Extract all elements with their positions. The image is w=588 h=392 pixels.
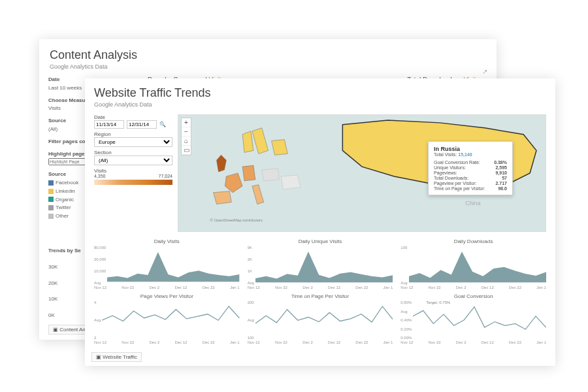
country-sweden[interactable] [252,128,269,154]
axis-tick: Nov 12 [94,340,106,344]
section-select[interactable]: (All) [94,155,172,165]
zoom-out-button[interactable]: − [182,127,191,137]
chart-title: Daily Unique Visits [248,238,393,244]
page-title: Website Traffic Trends [94,86,546,100]
chart-title: Page Views Per Visitor [94,293,240,299]
chart-daily-unique-visits[interactable]: Daily Unique Visits 9K2K1KAvg Nov 12Nov … [248,238,393,289]
chart-daily-visits[interactable]: Daily Visits 80,00020,00010,000Avg Nov 1… [94,238,240,289]
region-select[interactable]: Europe [94,137,172,147]
page-title: Content Analysis [50,48,486,62]
country-france[interactable] [225,173,242,193]
axis-tick: 2K [248,257,254,261]
country-uk[interactable] [217,155,227,172]
axis-tick: Avg [94,318,101,322]
zoom-controls: + − ⌂ ▭ [181,118,191,155]
axis-tick: Nov 22 [122,340,134,344]
axis-tick: Dec 2 [150,340,160,344]
svg-marker-4 [409,252,546,282]
filter-region-label: Region [94,131,172,137]
color-legend-gradient [94,180,172,185]
tooltip-row: Unique Visitors:2,595 [434,165,507,170]
axis-tick: 200 [248,301,254,304]
axis-tick: Nov 12 [248,340,260,344]
zoom-home-button[interactable]: ⌂ [182,137,191,146]
axis-tick: 0.40% [400,318,412,322]
axis-tick: Nov 22 [275,340,287,344]
axis-tick: Dec 22 [355,340,368,344]
svg-marker-2 [107,252,239,282]
axis-tick: 10,000 [94,269,106,273]
axis-tick: 100 [248,336,254,340]
axis-tick: 0.00% [400,336,412,340]
country-italy[interactable] [252,185,264,204]
axis-tick: Jan 1 [230,286,240,289]
tooltip-title: In Russia [434,146,507,152]
axis-tick: Nov 12 [248,286,260,289]
chart-daily-downloads[interactable]: Daily Downloads 100Avg Nov 12Nov 22Dec 2… [400,238,546,289]
chart-title: Daily Visits [94,238,240,244]
svg-text:China: China [465,200,480,206]
country-poland[interactable] [262,169,280,181]
axis-tick: Nov 22 [429,340,441,344]
chart-time-on-page-per-visitor[interactable]: Time on Page Per Visitor 200Avg100 Nov 1… [248,293,393,344]
axis-tick: 2 [94,336,101,340]
chart-title: Daily Downloads [400,238,546,244]
country-finland[interactable] [272,140,288,155]
axis-tick: 20,000 [94,257,106,261]
tooltip-row: Time on Page per Visitor:98.0 [434,186,507,191]
axis-tick: Nov 12 [400,340,413,344]
axis-tick: Jan 1 [384,286,393,289]
axis-tick: 80,000 [94,246,106,250]
axis-tick: Dec 12 [174,286,187,289]
date-from-input[interactable] [94,120,124,129]
axis-tick: 0.80% [400,301,412,304]
page-subtitle: Google Analytics Data [94,101,546,108]
tooltip-row: Total Downloads:57 [434,176,507,180]
country-germany[interactable] [242,165,255,181]
tooltip-row: Pageview per Visitor:2.717 [434,181,507,186]
page-subtitle: Google Analytics Data [50,63,486,70]
country-norway[interactable] [242,131,253,153]
axis-tick: Nov 12 [94,286,106,289]
map-tooltip: In Russia Total Visits: 15,140 Goal Conv… [428,141,513,195]
axis-tick: Dec 12 [482,340,494,344]
axis-tick: 9K [248,246,254,250]
zoom-in-button[interactable]: + [182,118,191,127]
chart-page-views-per-visitor[interactable]: Page Views Per Visitor 4Avg2 Nov 12Nov 2… [94,293,240,344]
axis-tick: Dec 12 [482,286,494,289]
axis-tick: Avg [248,318,254,322]
filter-date-label: Date [94,114,172,120]
dashboard-website-traffic: Website Traffic Trends Google Analytics … [85,78,555,366]
chart-title: Goal Conversion [400,293,546,299]
zoom-select-button[interactable]: ▭ [182,146,191,155]
axis-tick: Dec 12 [174,340,187,344]
axis-tick: Avg [248,281,254,285]
country-ukraine[interactable] [281,175,301,189]
filter-section-label: Section [94,150,172,155]
target-label: Target: 0.75% [426,301,450,304]
map-europe[interactable]: + − ⌂ ▭ [178,114,546,232]
axis-tick: Nov 12 [400,286,413,289]
axis-tick: Dec 2 [302,286,313,289]
axis-tick: Dec 22 [203,340,215,344]
axis-tick: Dec 12 [328,286,340,289]
tooltip-row: Goal Conversion Rate:0.38% [434,160,507,165]
filter-panel: Date 🔍 Region Europe Section (All) Visit… [94,114,172,232]
date-to-input[interactable] [127,120,157,129]
axis-tick: Dec 22 [509,340,521,344]
axis-tick: Avg [400,310,412,314]
tab-website-traffic[interactable]: ▣ Website Traffic [91,352,142,362]
axis-tick: Dec 2 [150,286,160,289]
axis-tick: 0.20% [400,327,412,331]
chart-goal-conversion[interactable]: Goal Conversion 0.80%Avg0.40%0.20%0.00% … [400,293,546,344]
axis-tick: 4 [94,301,101,304]
axis-tick: Jan 1 [536,286,546,289]
external-link-icon[interactable]: ↗ [482,68,487,75]
chart-title: Time on Page Per Visitor [248,293,393,299]
tooltip-row: Pageviews:9,910 [434,171,507,175]
svg-text:© OpenStreetMap contributors: © OpenStreetMap contributors [210,218,263,222]
axis-tick: 100 [400,246,407,250]
country-spain[interactable] [214,191,232,204]
search-icon[interactable]: 🔍 [159,122,166,127]
axis-tick: Jan 1 [230,340,240,344]
